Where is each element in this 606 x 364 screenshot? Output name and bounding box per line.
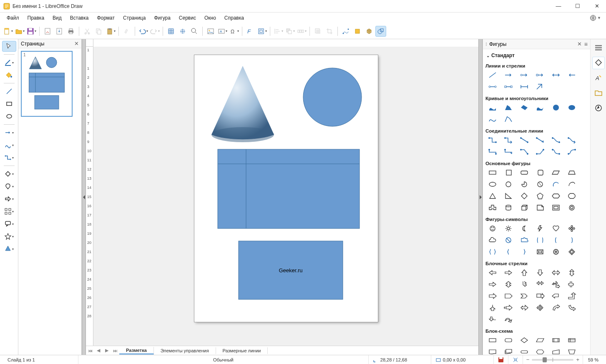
canvas-scroll[interactable]: Geeker.ru — [93, 47, 478, 346]
menu-help[interactable]: Справка — [220, 14, 248, 22]
insert-special-char-button[interactable]: Ω▾ — [229, 26, 239, 37]
menu-window[interactable]: Окно — [200, 14, 220, 22]
shape-fc-process[interactable] — [485, 335, 500, 345]
menu-shape[interactable]: Фигура — [150, 14, 174, 22]
shapes-root-header[interactable]: ⌄ Стандарт — [485, 51, 588, 61]
shape-conn-12[interactable] — [565, 147, 579, 157]
insert-textbox-button[interactable]: A▾ — [217, 26, 228, 37]
shape-chord[interactable] — [533, 179, 547, 189]
maximize-button[interactable]: ☐ — [572, 3, 583, 9]
tool-curves[interactable]: ▾ — [2, 140, 16, 151]
zoom-out-button[interactable]: − — [526, 356, 530, 363]
shapes-button[interactable] — [375, 26, 386, 37]
tab-dimlines[interactable]: Размерные линии — [216, 347, 268, 354]
shape-ba-pentagon[interactable] — [501, 291, 515, 301]
gluepoints-button[interactable] — [352, 26, 363, 37]
shape-arrow-square[interactable] — [533, 70, 547, 80]
status-save-indicator[interactable] — [494, 355, 508, 364]
shape-dimension-line[interactable] — [517, 82, 531, 92]
tool-basic-shapes[interactable]: ▾ — [2, 168, 16, 179]
shape-conn-9[interactable] — [517, 147, 531, 157]
shape-ba-right[interactable] — [501, 268, 515, 278]
shape-arc3[interactable] — [565, 179, 579, 189]
shape-hexagon[interactable] — [549, 191, 563, 201]
tool-line-color[interactable]: ▾ — [2, 57, 16, 68]
shape-conn-5[interactable] — [549, 135, 563, 145]
tool-connectors[interactable]: ▾ — [2, 152, 16, 163]
shape-cloud[interactable] — [485, 235, 500, 245]
open-button[interactable]: ▾ — [14, 26, 25, 37]
shapes-sidebar-close[interactable]: ✕ — [577, 41, 582, 47]
shape-polygon-line[interactable] — [501, 114, 515, 124]
tool-ellipse[interactable] — [2, 111, 16, 122]
menu-edit[interactable]: Правка — [23, 14, 49, 22]
shape-ba-updown[interactable] — [565, 268, 579, 278]
shape-roundrect[interactable] — [517, 168, 531, 178]
page[interactable]: Geeker.ru — [194, 55, 378, 322]
shape-ba-left[interactable] — [485, 268, 500, 278]
sidebar-tab-styles[interactable]: A — [592, 72, 605, 84]
shape-flower[interactable] — [565, 223, 579, 233]
shape-fc-multidoc[interactable] — [501, 347, 515, 355]
shape-bevel[interactable] — [533, 247, 547, 257]
tool-select[interactable] — [2, 41, 16, 52]
shape-conn-1[interactable] — [485, 135, 500, 145]
shape-circle[interactable] — [501, 179, 515, 189]
shape-pentagon[interactable] — [533, 191, 547, 201]
shape-conn-6[interactable] — [565, 135, 579, 145]
shape-arrow-square-both[interactable] — [501, 82, 515, 92]
shape-ba-bentup[interactable] — [565, 291, 579, 301]
shape-sun[interactable] — [501, 223, 515, 233]
snap-button[interactable] — [177, 26, 188, 37]
transform-button[interactable]: ▾ — [256, 26, 267, 37]
shape-ba-right2[interactable] — [485, 291, 500, 301]
save-button[interactable]: ▾ — [26, 26, 37, 37]
shape-ba-up[interactable] — [517, 268, 531, 278]
shape-frame[interactable] — [549, 203, 563, 213]
tool-line[interactable] — [2, 86, 16, 97]
distribute-button[interactable]: ▾ — [296, 26, 307, 37]
shape-conn-3[interactable] — [517, 135, 531, 145]
zoom-slider[interactable]: − + — [523, 356, 583, 363]
shape-ba-curved[interactable] — [549, 303, 563, 313]
shape-no-entry[interactable] — [501, 235, 515, 245]
tool-fill-color[interactable] — [2, 70, 16, 80]
shape-fc-document[interactable] — [485, 347, 500, 355]
shape-freeform-line[interactable] — [485, 114, 500, 124]
shape-square[interactable] — [501, 168, 515, 178]
shape-line-45[interactable] — [533, 82, 547, 92]
sheet-nav-next[interactable]: ▶ — [103, 346, 111, 355]
shape-double-brace[interactable] — [485, 247, 500, 257]
shape-triangle[interactable] — [485, 191, 500, 201]
shape-lightning[interactable] — [533, 223, 547, 233]
shape-ba-splitup[interactable] — [485, 303, 500, 313]
shape-rect[interactable] — [485, 168, 500, 178]
shape-folded-corner[interactable] — [533, 203, 547, 213]
sidebar-tab-shapes[interactable] — [592, 57, 605, 69]
tab-layout[interactable]: Разметка — [119, 347, 154, 354]
tab-controls[interactable]: Элементы управления — [154, 347, 216, 354]
zoom-in-button[interactable]: + — [576, 356, 579, 363]
shape-parallelogram[interactable] — [549, 168, 563, 178]
shape-ba-curved-down[interactable] — [565, 303, 579, 313]
align-left-button[interactable]: ▾ — [273, 26, 284, 37]
shape-ba-11[interactable] — [549, 279, 563, 289]
shape-double-bracket[interactable] — [533, 235, 547, 245]
sidebar-tab-navigator[interactable] — [592, 102, 605, 114]
shape-ba-down[interactable] — [533, 268, 547, 278]
pages-panel-body[interactable]: 1 — [18, 48, 81, 355]
sidebar-tab-properties[interactable] — [592, 42, 605, 54]
shape-ba-26[interactable] — [501, 314, 515, 324]
sheet-nav-first[interactable]: ⏮ — [86, 346, 94, 355]
shape-ring[interactable] — [565, 203, 579, 213]
pages-panel-close-button[interactable]: ✕ — [74, 40, 79, 47]
shape-blob-fill[interactable] — [565, 103, 579, 113]
new-button[interactable]: ▾ — [3, 26, 13, 37]
sheet-nav-prev[interactable]: ◀ — [94, 346, 103, 355]
shape-arrow-end[interactable] — [501, 70, 515, 80]
tool-arrows[interactable]: ▾ — [2, 127, 16, 138]
shadow-button[interactable] — [312, 26, 323, 37]
shapes-sidebar-menu[interactable]: ≡ — [584, 41, 588, 48]
shape-ba-return[interactable] — [549, 291, 563, 301]
shape-conn-4[interactable] — [533, 135, 547, 145]
